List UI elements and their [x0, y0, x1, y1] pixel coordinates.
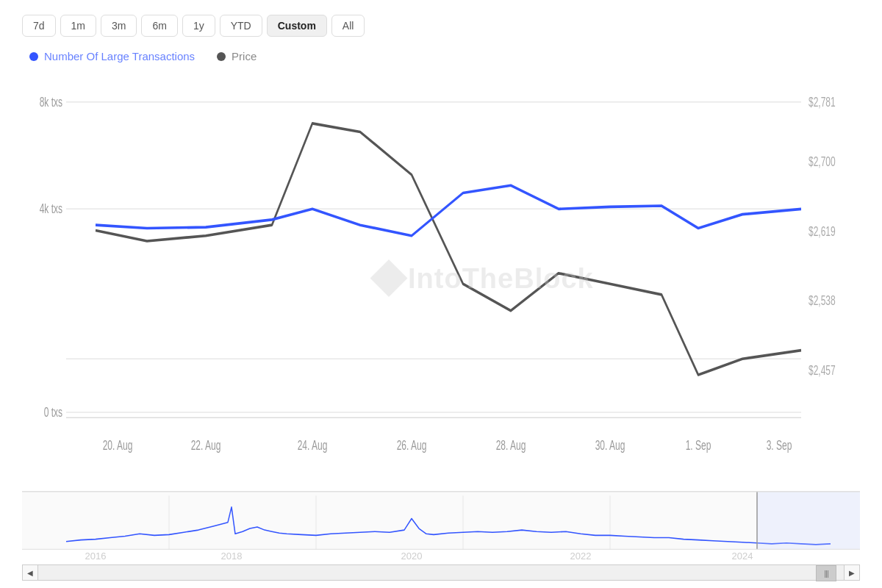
svg-text:24. Aug: 24. Aug [298, 438, 328, 453]
time-filter-bar: 7d 1m 3m 6m 1y YTD Custom All [22, 15, 860, 37]
scroll-track[interactable]: ||| [38, 564, 844, 581]
filter-7d[interactable]: 7d [22, 15, 56, 37]
svg-text:$2,457: $2,457 [808, 363, 836, 378]
svg-text:4k txs: 4k txs [40, 201, 62, 216]
filter-1m[interactable]: 1m [60, 15, 96, 37]
scroll-thumb[interactable]: ||| [816, 565, 836, 581]
scroll-left-arrow[interactable]: ◀ [22, 564, 38, 581]
navigator: 2016 2018 2020 2022 2024 [22, 491, 860, 564]
chart-wrapper: IntoTheBlock 8k txs 4k txs 0 txs $2,781 … [22, 70, 860, 581]
filter-all[interactable]: All [331, 15, 365, 37]
svg-text:2024: 2024 [732, 550, 753, 561]
svg-rect-21 [22, 492, 860, 549]
legend-dot-transactions [29, 52, 38, 61]
filter-ytd[interactable]: YTD [220, 15, 262, 37]
scroll-thumb-icon: ||| [824, 569, 828, 578]
svg-text:20. Aug: 20. Aug [103, 438, 133, 453]
transactions-line [96, 185, 801, 235]
legend-label-transactions: Number Of Large Transactions [44, 50, 195, 62]
navigator-svg: 2016 2018 2020 2022 2024 [22, 492, 860, 564]
legend-price: Price [217, 50, 257, 62]
scroll-right-arrow[interactable]: ▶ [844, 564, 860, 581]
svg-text:2020: 2020 [401, 550, 423, 561]
price-line [96, 123, 801, 375]
svg-text:1. Sep: 1. Sep [686, 438, 711, 453]
filter-custom[interactable]: Custom [267, 15, 327, 37]
svg-text:2016: 2016 [85, 550, 107, 561]
filter-6m[interactable]: 6m [141, 15, 177, 37]
main-container: 7d 1m 3m 6m 1y YTD Custom All Number Of … [0, 0, 882, 588]
chart-legend: Number Of Large Transactions Price [29, 50, 860, 62]
legend-transactions: Number Of Large Transactions [29, 50, 195, 62]
filter-3m[interactable]: 3m [101, 15, 137, 37]
svg-text:22. Aug: 22. Aug [191, 438, 221, 453]
svg-text:26. Aug: 26. Aug [397, 438, 427, 453]
svg-text:28. Aug: 28. Aug [496, 438, 526, 453]
scrollbar: ◀ ||| ▶ [22, 564, 860, 581]
svg-text:0 txs: 0 txs [44, 405, 62, 420]
svg-text:2022: 2022 [570, 550, 592, 561]
filter-1y[interactable]: 1y [182, 15, 215, 37]
svg-text:$2,781: $2,781 [808, 94, 836, 109]
svg-text:$2,700: $2,700 [808, 154, 836, 169]
svg-text:2018: 2018 [221, 550, 243, 561]
svg-text:$2,619: $2,619 [808, 223, 836, 238]
legend-label-price: Price [232, 50, 257, 62]
svg-text:3. Sep: 3. Sep [767, 438, 792, 453]
svg-text:$2,538: $2,538 [808, 293, 836, 308]
legend-dot-price [217, 52, 226, 61]
main-chart-svg: 8k txs 4k txs 0 txs $2,781 $2,700 $2,619… [22, 70, 860, 487]
svg-text:30. Aug: 30. Aug [595, 438, 625, 453]
svg-rect-32 [757, 492, 860, 549]
svg-text:8k txs: 8k txs [40, 94, 62, 109]
main-chart: IntoTheBlock 8k txs 4k txs 0 txs $2,781 … [22, 70, 860, 487]
